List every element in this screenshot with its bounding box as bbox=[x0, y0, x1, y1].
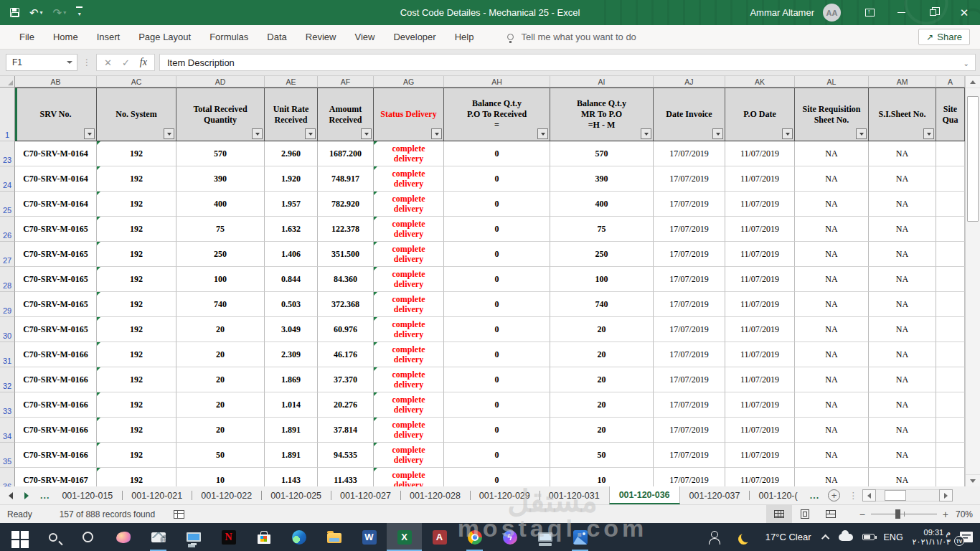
header-cell-AE[interactable]: Unit Rate Received bbox=[265, 88, 318, 141]
cell-AD-31[interactable]: 20 bbox=[176, 342, 265, 367]
scroll-up-button[interactable] bbox=[966, 76, 980, 88]
macro-record-icon[interactable] bbox=[174, 510, 184, 519]
row-header-31[interactable]: 31 bbox=[0, 342, 15, 367]
cell-partial-26[interactable] bbox=[936, 217, 965, 242]
cell-AB-36[interactable]: C70-SRV-M-0167 bbox=[15, 468, 97, 486]
header-cell-AG[interactable]: Status Delivery bbox=[374, 88, 444, 141]
cell-AB-25[interactable]: C70-SRV-M-0164 bbox=[15, 192, 97, 217]
select-all-corner[interactable] bbox=[0, 76, 15, 88]
undo-button[interactable]: ↶▾ bbox=[29, 7, 43, 18]
cell-AH-27[interactable]: 0 bbox=[444, 242, 550, 267]
avatar[interactable]: AA bbox=[823, 4, 841, 22]
cell-AG-24[interactable]: complete delivery bbox=[374, 166, 444, 192]
cell-AL-33[interactable]: NA bbox=[795, 392, 869, 418]
filter-dropdown-button[interactable] bbox=[164, 128, 174, 139]
cell-AF-32[interactable]: 37.370 bbox=[318, 367, 374, 392]
page-break-view-button[interactable] bbox=[818, 505, 844, 523]
cell-AD-24[interactable]: 390 bbox=[176, 166, 265, 192]
header-cell-AK[interactable]: P.O Date bbox=[725, 88, 795, 141]
ribbon-tab-help[interactable]: Help bbox=[446, 25, 484, 50]
cell-AH-30[interactable]: 0 bbox=[444, 317, 550, 342]
row-header-28[interactable]: 28 bbox=[0, 267, 15, 292]
show-hidden-icons-chevron[interactable] bbox=[821, 534, 829, 542]
cell-AC-33[interactable]: 192 bbox=[97, 392, 176, 418]
sheet-tab-001-120-025[interactable]: 001-120-025 bbox=[261, 486, 331, 504]
cell-AM-31[interactable]: NA bbox=[869, 342, 936, 367]
notification-center-icon[interactable]: TV bbox=[960, 532, 973, 542]
cell-AD-36[interactable]: 10 bbox=[176, 468, 265, 486]
taskbar-netflix-button[interactable]: N bbox=[211, 523, 246, 551]
filter-dropdown-button[interactable] bbox=[537, 128, 548, 139]
cell-AI-26[interactable]: 75 bbox=[550, 217, 654, 242]
cell-AF-34[interactable]: 37.814 bbox=[318, 418, 374, 443]
cell-AE-25[interactable]: 1.957 bbox=[265, 192, 318, 217]
cell-AF-24[interactable]: 748.917 bbox=[318, 166, 374, 192]
ribbon-tab-home[interactable]: Home bbox=[44, 25, 88, 50]
cell-AC-25[interactable]: 192 bbox=[97, 192, 176, 217]
column-header-AL[interactable]: AL bbox=[795, 76, 869, 88]
cell-AB-28[interactable]: C70-SRV-M-0165 bbox=[15, 267, 97, 292]
cell-AD-29[interactable]: 740 bbox=[176, 292, 265, 317]
clock[interactable]: 09:31 م ٢٠٢١/١١/٠٣ bbox=[913, 528, 951, 547]
cell-AJ-29[interactable]: 17/07/2019 bbox=[654, 292, 725, 317]
cell-AH-28[interactable]: 0 bbox=[444, 267, 550, 292]
sheet-list-ellipsis-right[interactable]: ... bbox=[807, 486, 822, 504]
scroll-right-button[interactable] bbox=[939, 489, 953, 501]
cell-AC-27[interactable]: 192 bbox=[97, 242, 176, 267]
cell-partial-31[interactable] bbox=[936, 342, 965, 367]
cell-AE-26[interactable]: 1.632 bbox=[265, 217, 318, 242]
scroll-down-button[interactable] bbox=[966, 474, 980, 486]
cell-AC-35[interactable]: 192 bbox=[97, 443, 176, 468]
column-header-AM[interactable]: AM bbox=[869, 76, 936, 88]
cell-AI-30[interactable]: 20 bbox=[550, 317, 654, 342]
cell-partial-34[interactable] bbox=[936, 418, 965, 443]
column-header-AF[interactable]: AF bbox=[318, 76, 374, 88]
cell-AD-33[interactable]: 20 bbox=[176, 392, 265, 418]
cell-AC-34[interactable]: 192 bbox=[97, 418, 176, 443]
cell-AI-32[interactable]: 20 bbox=[550, 367, 654, 392]
page-layout-view-button[interactable] bbox=[792, 505, 818, 523]
cell-AM-29[interactable]: NA bbox=[869, 292, 936, 317]
cell-AL-32[interactable]: NA bbox=[795, 367, 869, 392]
cell-AB-24[interactable]: C70-SRV-M-0164 bbox=[15, 166, 97, 192]
column-header-AJ[interactable]: AJ bbox=[654, 76, 725, 88]
cell-AI-29[interactable]: 740 bbox=[550, 292, 654, 317]
cell-AH-34[interactable]: 0 bbox=[444, 418, 550, 443]
taskbar-start-button[interactable] bbox=[0, 523, 35, 551]
horizontal-scrollbar-thumb[interactable] bbox=[885, 490, 906, 501]
cell-AK-34[interactable]: 11/07/2019 bbox=[725, 418, 795, 443]
header-cell-AI[interactable]: Balance Q.t.y MR To P.O =H - M bbox=[550, 88, 654, 141]
cell-AD-25[interactable]: 400 bbox=[176, 192, 265, 217]
cell-partial-25[interactable] bbox=[936, 192, 965, 217]
taskbar-file-explorer-button[interactable] bbox=[316, 523, 352, 551]
cell-AG-32[interactable]: complete delivery bbox=[374, 367, 444, 392]
vertical-scrollbar[interactable] bbox=[965, 76, 980, 486]
filter-dropdown-button[interactable] bbox=[84, 128, 95, 139]
battery-icon[interactable] bbox=[862, 534, 875, 540]
cell-AD-26[interactable]: 75 bbox=[176, 217, 265, 242]
cell-AG-26[interactable]: complete delivery bbox=[374, 217, 444, 242]
taskbar-messenger-button[interactable]: ϟ bbox=[492, 523, 527, 551]
taskbar-photos-button[interactable] bbox=[562, 523, 598, 551]
cell-AC-28[interactable]: 192 bbox=[97, 267, 176, 292]
cell-AH-24[interactable]: 0 bbox=[444, 166, 550, 192]
normal-view-button[interactable] bbox=[766, 505, 792, 523]
cell-AB-31[interactable]: C70-SRV-M-0166 bbox=[15, 342, 97, 367]
cell-AK-32[interactable]: 11/07/2019 bbox=[725, 367, 795, 392]
cell-AB-33[interactable]: C70-SRV-M-0166 bbox=[15, 392, 97, 418]
cell-AH-36[interactable]: 0 bbox=[444, 468, 550, 486]
header-cell-AF[interactable]: Amoumt Received bbox=[318, 88, 374, 141]
cell-AD-35[interactable]: 50 bbox=[176, 443, 265, 468]
confirm-entry-icon[interactable]: ✓ bbox=[122, 57, 130, 68]
cell-AB-34[interactable]: C70-SRV-M-0166 bbox=[15, 418, 97, 443]
cell-AH-33[interactable]: 0 bbox=[444, 392, 550, 418]
cell-AH-32[interactable]: 0 bbox=[444, 367, 550, 392]
cell-AB-27[interactable]: C70-SRV-M-0165 bbox=[15, 242, 97, 267]
row-header-25[interactable]: 25 bbox=[0, 192, 15, 217]
cell-AE-29[interactable]: 0.503 bbox=[265, 292, 318, 317]
cell-AG-28[interactable]: complete delivery bbox=[374, 267, 444, 292]
column-header-AE[interactable]: AE bbox=[265, 76, 318, 88]
cell-AJ-26[interactable]: 17/07/2019 bbox=[654, 217, 725, 242]
formula-bar-expand-icon[interactable]: ⌄ bbox=[963, 60, 969, 67]
cell-AB-32[interactable]: C70-SRV-M-0166 bbox=[15, 367, 97, 392]
